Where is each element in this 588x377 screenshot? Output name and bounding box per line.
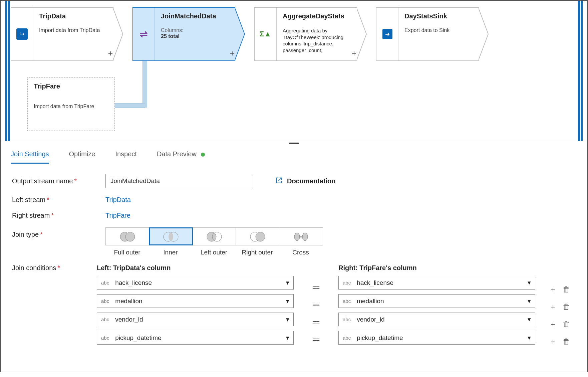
output-stream-input[interactable] bbox=[105, 174, 252, 188]
column-name: pickup_datetime bbox=[115, 334, 161, 342]
svg-point-4 bbox=[169, 233, 173, 241]
documentation-link[interactable]: Documentation bbox=[276, 177, 336, 185]
chevron-down-icon: ▾ bbox=[286, 334, 289, 342]
join-type-right-outer[interactable] bbox=[236, 228, 279, 245]
join-type-inner[interactable] bbox=[149, 228, 193, 245]
type-badge: abc bbox=[343, 317, 351, 322]
right-column-select[interactable]: abc medallion ▾ bbox=[338, 294, 535, 308]
aggregate-icon: Σ▲ bbox=[255, 8, 277, 60]
connector-tripfare-join bbox=[142, 57, 147, 108]
node-columns-value: 25 total bbox=[161, 33, 229, 39]
join-conditions-label: Join conditions* bbox=[12, 264, 97, 272]
left-column-select[interactable]: abc hack_license ▾ bbox=[97, 276, 294, 290]
node-desc: Aggregating data by 'DayOfTheWeek' produ… bbox=[283, 27, 351, 53]
join-type-left-outer[interactable] bbox=[193, 228, 236, 245]
tab-inspect[interactable]: Inspect bbox=[115, 150, 136, 164]
type-badge: abc bbox=[101, 298, 109, 304]
type-badge: abc bbox=[101, 335, 109, 341]
tab-data-preview[interactable]: Data Preview bbox=[157, 150, 205, 164]
right-column-header: Right: TripFare's column bbox=[338, 264, 535, 272]
chevron-down-icon: ▾ bbox=[528, 316, 531, 323]
svg-point-8 bbox=[256, 232, 265, 241]
chevron-down-icon: ▾ bbox=[528, 279, 531, 287]
right-column-select[interactable]: abc pickup_datetime ▾ bbox=[338, 331, 535, 345]
right-stream-value[interactable]: TripFare bbox=[105, 212, 130, 219]
add-condition-button[interactable]: ＋ bbox=[549, 319, 557, 329]
delete-condition-button[interactable]: 🗑 bbox=[563, 320, 570, 329]
tab-optimize[interactable]: Optimize bbox=[69, 150, 95, 164]
column-name: pickup_datetime bbox=[357, 334, 403, 342]
node-aggregate[interactable]: Σ▲ AggregateDayStats Aggregating data by… bbox=[254, 7, 357, 61]
left-stream-value[interactable]: TripData bbox=[105, 196, 131, 204]
svg-point-10 bbox=[302, 233, 308, 241]
chevron-down-icon: ▾ bbox=[528, 334, 531, 342]
column-name: hack_license bbox=[115, 279, 152, 287]
column-name: vendor_id bbox=[115, 316, 143, 323]
left-conditions-column: Left: TripData's column abc hack_license… bbox=[97, 264, 294, 350]
external-link-icon bbox=[276, 177, 282, 185]
right-column-select[interactable]: abc vendor_id ▾ bbox=[338, 313, 535, 326]
add-condition-button[interactable]: ＋ bbox=[549, 337, 557, 347]
type-badge: abc bbox=[101, 280, 109, 286]
type-badge: abc bbox=[343, 280, 351, 286]
canvas-rail-left2 bbox=[8, 1, 10, 141]
preview-status-dot bbox=[201, 153, 205, 157]
node-columns-label: Columns: bbox=[161, 27, 229, 33]
chevron-down-icon: ▾ bbox=[286, 279, 289, 287]
canvas-rail-right bbox=[578, 1, 580, 141]
join-settings-panel: Output stream name* Documentation Left s… bbox=[1, 164, 587, 372]
node-title: JoinMatchedData bbox=[161, 12, 229, 20]
node-title: TripFare bbox=[34, 82, 108, 90]
node-chevron-fill bbox=[112, 7, 122, 61]
right-conditions-column: Right: TripFare's column abc hack_licens… bbox=[338, 264, 535, 350]
svg-point-5 bbox=[207, 232, 216, 241]
column-name: hack_license bbox=[357, 279, 393, 287]
node-sink[interactable]: ➜ DayStatsSink Export data to Sink bbox=[376, 7, 479, 61]
delete-condition-button[interactable]: 🗑 bbox=[563, 337, 570, 346]
right-column-select[interactable]: abc hack_license ▾ bbox=[338, 276, 535, 290]
node-title: TripData bbox=[39, 12, 107, 20]
canvas-rail-right2 bbox=[581, 1, 583, 141]
svg-point-1 bbox=[125, 232, 135, 241]
join-type-selector bbox=[105, 227, 323, 245]
tab-label: Data Preview bbox=[157, 150, 197, 158]
column-name: vendor_id bbox=[357, 316, 384, 323]
type-badge: abc bbox=[343, 335, 351, 341]
equals-operator: == bbox=[308, 316, 324, 333]
node-tripfare[interactable]: TripFare Import data from TripFare bbox=[27, 77, 115, 131]
node-title: DayStatsSink bbox=[404, 12, 473, 20]
svg-point-9 bbox=[294, 233, 300, 241]
chevron-down-icon: ▾ bbox=[286, 297, 289, 305]
add-condition-button[interactable]: ＋ bbox=[549, 302, 557, 312]
equals-operator: == bbox=[308, 298, 324, 316]
right-stream-label: Right stream* bbox=[12, 212, 105, 219]
node-title: AggregateDayStats bbox=[283, 12, 351, 20]
delete-condition-button[interactable]: 🗑 bbox=[563, 303, 570, 311]
equals-operator: == bbox=[308, 333, 324, 350]
column-name: medallion bbox=[357, 298, 384, 305]
type-badge: abc bbox=[101, 317, 109, 322]
left-column-select[interactable]: abc vendor_id ▾ bbox=[97, 313, 294, 326]
join-type-labels: Full outer Inner Left outer Right outer … bbox=[105, 249, 323, 256]
output-stream-label: Output stream name* bbox=[12, 177, 105, 185]
join-type-cross[interactable] bbox=[279, 228, 323, 245]
canvas-rail-left bbox=[5, 1, 7, 141]
join-type-full-outer[interactable] bbox=[106, 228, 149, 245]
join-type-label: Join type* bbox=[12, 227, 105, 238]
sink-icon: ➜ bbox=[376, 8, 398, 60]
dataflow-canvas[interactable]: ↪ TripData Import data from TripData ＋ ⇌… bbox=[1, 1, 587, 141]
condition-row-actions: ＋ 🗑 ＋ 🗑 ＋ 🗑 ＋ 🗑 bbox=[549, 264, 576, 350]
delete-condition-button[interactable]: 🗑 bbox=[563, 285, 570, 294]
node-join[interactable]: ⇌ JoinMatchedData Columns: 25 total ＋ bbox=[132, 7, 235, 61]
settings-tabs: Join Settings Optimize Inspect Data Prev… bbox=[1, 144, 587, 164]
node-tripdata[interactable]: ↪ TripData Import data from TripData ＋ bbox=[11, 7, 113, 61]
source-icon: ↪ bbox=[11, 8, 33, 60]
node-desc: Export data to Sink bbox=[404, 27, 473, 33]
join-icon: ⇌ bbox=[133, 8, 155, 60]
left-column-select[interactable]: abc medallion ▾ bbox=[97, 294, 294, 308]
column-name: medallion bbox=[115, 298, 142, 305]
left-column-select[interactable]: abc pickup_datetime ▾ bbox=[97, 331, 294, 345]
left-stream-label: Left stream* bbox=[12, 196, 105, 204]
add-condition-button[interactable]: ＋ bbox=[549, 285, 557, 295]
tab-join-settings[interactable]: Join Settings bbox=[11, 150, 49, 164]
